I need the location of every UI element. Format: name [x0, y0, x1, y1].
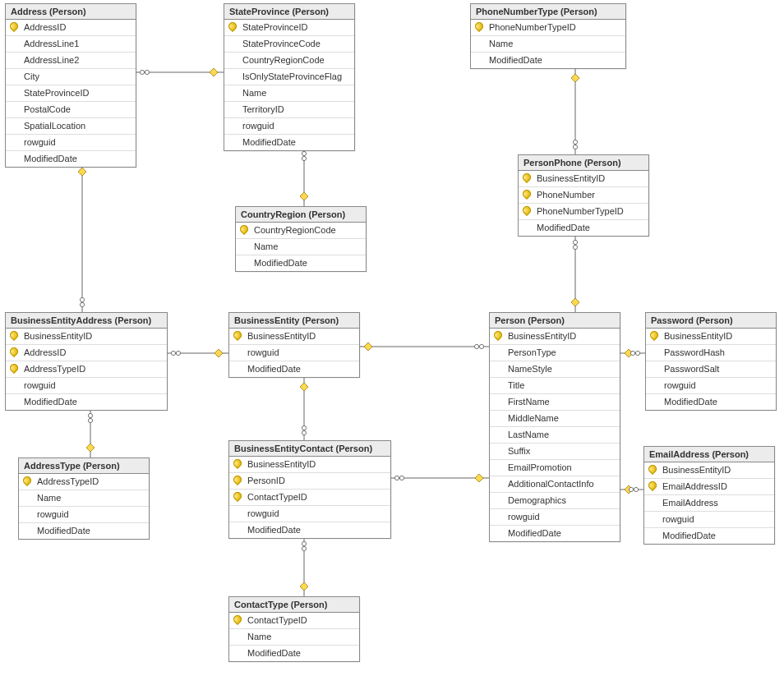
- column-modifieddate: ModifiedDate: [646, 394, 776, 410]
- column-businessentityid: BusinessEntityID: [644, 462, 774, 479]
- table-addresstype[interactable]: AddressType (Person)AddressTypeIDNamerow…: [18, 457, 150, 540]
- column-rowguid: rowguid: [646, 378, 776, 394]
- table-header: AddressType (Person): [19, 458, 149, 474]
- table-person[interactable]: Person (Person)BusinessEntityIDPersonTyp…: [489, 312, 620, 542]
- table-personphone[interactable]: PersonPhone (Person)BusinessEntityIDPhon…: [518, 154, 649, 237]
- column-contacttypeid: ContactTypeID: [229, 490, 390, 506]
- column-businessentityid: BusinessEntityID: [229, 329, 359, 345]
- column-emailaddressid: EmailAddressID: [644, 479, 774, 495]
- svg-point-22: [399, 476, 404, 480]
- table-contacttype[interactable]: ContactType (Person)ContactTypeIDNameMod…: [228, 596, 360, 662]
- column-addresstypeid: AddressTypeID: [19, 474, 149, 490]
- svg-point-3: [302, 151, 306, 155]
- svg-point-16: [474, 344, 478, 348]
- column-persontype: PersonType: [490, 345, 620, 361]
- table-header: StateProvince (Person): [224, 4, 354, 20]
- column-stateprovinceid: StateProvinceID: [6, 85, 136, 102]
- column-lastname: LastName: [490, 427, 620, 444]
- column-rowguid: rowguid: [6, 135, 136, 151]
- column-additionalcontactinfo: AdditionalContactInfo: [490, 476, 620, 493]
- table-address[interactable]: Address (Person)AddressIDAddressLine1Add…: [5, 3, 136, 168]
- column-businessentityid: BusinessEntityID: [519, 171, 648, 187]
- column-modifieddate: ModifiedDate: [229, 646, 359, 661]
- column-title: Title: [490, 378, 620, 394]
- column-name: Name: [236, 239, 366, 255]
- svg-point-21: [394, 476, 399, 480]
- svg-point-31: [629, 487, 633, 491]
- column-modifieddate: ModifiedDate: [490, 526, 620, 541]
- table-businessentitycontact[interactable]: BusinessEntityContact (Person)BusinessEn…: [228, 440, 391, 539]
- svg-point-35: [573, 245, 577, 249]
- svg-point-0: [140, 70, 144, 74]
- column-countryregioncode: CountryRegionCode: [236, 223, 366, 239]
- column-stateprovincecode: StateProvinceCode: [224, 36, 354, 53]
- svg-marker-30: [625, 485, 633, 494]
- column-territoryid: TerritoryID: [224, 102, 354, 118]
- svg-point-17: [479, 344, 483, 348]
- column-city: City: [6, 69, 136, 85]
- column-passwordhash: PasswordHash: [646, 345, 776, 361]
- column-businessentityid: BusinessEntityID: [490, 329, 620, 345]
- column-namestyle: NameStyle: [490, 361, 620, 378]
- column-phonenumbertypeid: PhoneNumberTypeID: [471, 20, 625, 36]
- column-postalcode: PostalCode: [6, 102, 136, 118]
- table-emailaddress[interactable]: EmailAddress (Person)BusinessEntityIDEma…: [643, 446, 775, 545]
- table-header: BusinessEntity (Person): [229, 313, 359, 329]
- column-contacttypeid: ContactTypeID: [229, 613, 359, 629]
- table-password[interactable]: Password (Person)BusinessEntityIDPasswor…: [645, 312, 777, 411]
- column-businessentityid: BusinessEntityID: [646, 329, 776, 345]
- column-businessentityid: BusinessEntityID: [229, 457, 390, 473]
- column-suffix: Suffix: [490, 444, 620, 460]
- column-rowguid: rowguid: [229, 345, 359, 361]
- column-modifieddate: ModifiedDate: [229, 522, 390, 538]
- table-header: CountryRegion (Person): [236, 207, 366, 223]
- column-addressline1: AddressLine1: [6, 36, 136, 53]
- column-rowguid: rowguid: [6, 378, 167, 394]
- column-addresstypeid: AddressTypeID: [6, 361, 167, 378]
- table-businessentityaddress[interactable]: BusinessEntityAddress (Person)BusinessEn…: [5, 312, 168, 411]
- svg-point-34: [573, 240, 577, 244]
- table-header: Person (Person): [490, 313, 620, 329]
- column-modifieddate: ModifiedDate: [6, 394, 167, 410]
- svg-marker-23: [475, 474, 483, 482]
- column-rowguid: rowguid: [224, 118, 354, 135]
- column-personid: PersonID: [229, 473, 390, 490]
- column-addressid: AddressID: [6, 345, 167, 361]
- svg-marker-18: [300, 383, 308, 391]
- svg-marker-38: [571, 74, 579, 82]
- svg-point-29: [635, 351, 639, 355]
- column-isonlystateprovinceflag: IsOnlyStateProvinceFlag: [224, 69, 354, 85]
- column-addressid: AddressID: [6, 20, 136, 36]
- column-modifieddate: ModifiedDate: [236, 255, 366, 271]
- svg-point-28: [630, 351, 634, 355]
- table-countryregion[interactable]: CountryRegion (Person)CountryRegionCodeN…: [235, 206, 367, 272]
- column-phonenumbertypeid: PhoneNumberTypeID: [519, 204, 648, 220]
- column-emailpromotion: EmailPromotion: [490, 460, 620, 476]
- table-businessentity[interactable]: BusinessEntity (Person)BusinessEntityIDr…: [228, 312, 360, 378]
- table-header: ContactType (Person): [229, 597, 359, 613]
- column-spatiallocation: SpatialLocation: [6, 118, 136, 135]
- column-phonenumber: PhoneNumber: [519, 187, 648, 204]
- column-modifieddate: ModifiedDate: [6, 151, 136, 167]
- svg-marker-26: [300, 582, 308, 591]
- column-modifieddate: ModifiedDate: [519, 220, 648, 236]
- svg-marker-14: [86, 444, 95, 452]
- table-stateprovince[interactable]: StateProvince (Person)StateProvinceIDSta…: [224, 3, 355, 151]
- column-rowguid: rowguid: [490, 509, 620, 526]
- svg-marker-6: [78, 168, 86, 176]
- svg-marker-27: [625, 349, 633, 357]
- column-businessentityid: BusinessEntityID: [6, 329, 167, 345]
- column-modifieddate: ModifiedDate: [644, 528, 774, 544]
- svg-marker-5: [300, 192, 308, 200]
- svg-point-4: [302, 156, 306, 160]
- table-header: BusinessEntityContact (Person): [229, 441, 390, 457]
- svg-point-36: [573, 140, 577, 144]
- column-modifieddate: ModifiedDate: [229, 361, 359, 377]
- svg-point-20: [302, 430, 306, 434]
- column-firstname: FirstName: [490, 394, 620, 411]
- svg-point-9: [171, 351, 175, 355]
- column-rowguid: rowguid: [644, 512, 774, 528]
- svg-marker-33: [571, 298, 579, 306]
- table-header: PersonPhone (Person): [519, 155, 648, 171]
- table-phonenumbertype[interactable]: PhoneNumberType (Person)PhoneNumberTypeI…: [470, 3, 626, 69]
